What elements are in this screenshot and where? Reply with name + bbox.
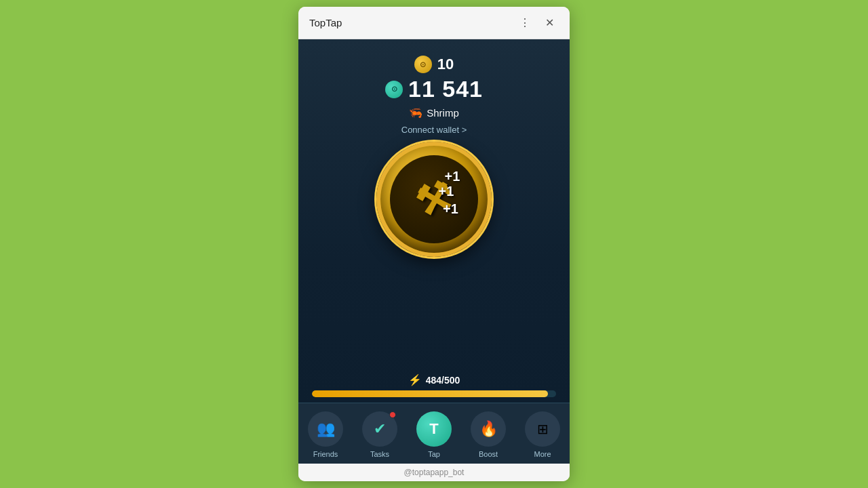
footer: @toptapapp_bot xyxy=(298,464,570,481)
nav-item-boost[interactable]: 🔥 Boost xyxy=(468,411,509,458)
app-content: ⊙ 10 ⊙ 11 541 🦐 Shrimp Connect wallet > … xyxy=(298,39,570,403)
more-icon-bg: ⊞ xyxy=(525,411,560,447)
nav-item-friends[interactable]: 👥 Friends xyxy=(305,411,346,458)
friends-icon: 👥 xyxy=(317,420,335,438)
connect-wallet-link[interactable]: Connect wallet > xyxy=(401,125,467,135)
titlebar: TopTap ⋮ ✕ xyxy=(298,7,570,39)
energy-value: 484/500 xyxy=(426,375,460,386)
more-label: More xyxy=(534,450,551,458)
teal-coin-icon: ⊙ xyxy=(385,81,403,98)
rank-row: 🦐 Shrimp xyxy=(409,106,459,119)
large-stat-value: 11 541 xyxy=(408,76,483,102)
boost-icon: 🔥 xyxy=(479,420,498,438)
stats-area: ⊙ 10 ⊙ 11 541 🦐 Shrimp Connect wallet > xyxy=(385,39,483,135)
nav-item-tasks[interactable]: ✔ Tasks xyxy=(359,411,400,458)
nav-item-more[interactable]: ⊞ More xyxy=(522,411,563,458)
close-icon[interactable]: ✕ xyxy=(540,14,559,33)
nav-item-tap[interactable]: T Tap xyxy=(414,411,454,458)
coin-symbol: ⚒ xyxy=(410,171,458,227)
boost-icon-bg: 🔥 xyxy=(471,411,506,447)
tap-icon: T xyxy=(429,420,438,438)
energy-bar-fill xyxy=(312,390,548,397)
tasks-label: Tasks xyxy=(370,450,389,458)
energy-label: ⚡ 484/500 xyxy=(408,373,460,386)
boost-label: Boost xyxy=(479,450,498,458)
shrimp-icon: 🦐 xyxy=(409,106,422,119)
energy-bar-background xyxy=(312,390,556,397)
titlebar-icons: ⋮ ✕ xyxy=(515,14,559,33)
footer-text: @toptapapp_bot xyxy=(404,468,465,477)
small-coin-icon: ⊙ xyxy=(414,56,432,73)
app-title: TopTap xyxy=(309,17,515,28)
friends-icon-bg: 👥 xyxy=(308,411,343,447)
tap-label: Tap xyxy=(428,450,440,458)
nav-bar: 👥 Friends ✔ Tasks T Tap 🔥 Boost ⊞ xyxy=(298,403,570,464)
lightning-icon: ⚡ xyxy=(408,373,422,386)
app-window: TopTap ⋮ ✕ ⊙ 10 ⊙ 11 541 🦐 Shrimp Connec… xyxy=(298,7,570,481)
tap-icon-bg: T xyxy=(416,411,452,447)
tasks-badge xyxy=(389,411,396,418)
menu-icon[interactable]: ⋮ xyxy=(515,14,534,33)
rank-label: Shrimp xyxy=(427,107,459,119)
energy-area: ⚡ 484/500 xyxy=(298,373,570,397)
tasks-icon: ✔ xyxy=(374,420,386,438)
more-icon: ⊞ xyxy=(537,421,549,437)
small-stat-row: ⊙ 10 xyxy=(414,56,454,73)
tap-coin[interactable]: ⚒ +1 +1 +1 xyxy=(376,142,492,257)
small-stat-value: 10 xyxy=(437,56,454,73)
friends-label: Friends xyxy=(313,450,338,458)
coin-inner: ⚒ +1 +1 +1 xyxy=(390,155,478,243)
large-stat-row: ⊙ 11 541 xyxy=(385,76,483,102)
